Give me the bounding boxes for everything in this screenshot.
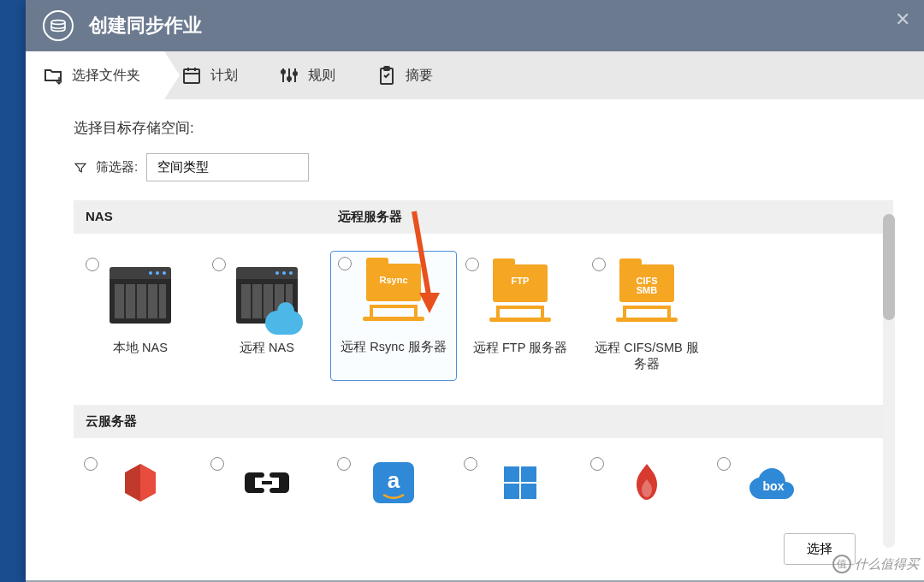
nas-device-icon: [84, 259, 197, 331]
option-label: 远程 NAS: [210, 340, 323, 372]
watermark: 值 什么值得买: [832, 555, 919, 573]
group-header-servers: NAS 远程服务器: [74, 200, 893, 234]
radio-icon: [590, 457, 604, 471]
group-nas-label: NAS: [86, 209, 338, 225]
option-local-nas[interactable]: 本地 NAS: [77, 251, 204, 381]
group-header-cloud: 云服务器: [74, 405, 893, 438]
svg-point-2: [281, 70, 285, 74]
option-rsync-server[interactable]: Rsync 远程 Rsync 服务器: [330, 251, 457, 381]
sync-app-icon: [43, 10, 74, 41]
svg-rect-12: [504, 484, 519, 499]
rsync-server-icon: Rsync: [336, 258, 451, 330]
svg-text:a: a: [388, 467, 400, 493]
wizard-steps: 选择文件夹 计划 规则 摘要: [26, 51, 924, 99]
tab-select-folder[interactable]: 选择文件夹: [26, 51, 164, 99]
storage-options-row: 本地 NAS 远程 NAS Rsync 远程 Rsync 服务器 FTP 远程 …: [74, 251, 893, 405]
option-alibaba-cloud[interactable]: [204, 455, 330, 505]
radio-icon: [464, 457, 477, 471]
cloud-options-row: a box: [74, 455, 893, 505]
cifs-server-icon: CIFS SMB: [590, 259, 703, 331]
option-remote-nas[interactable]: 远程 NAS: [204, 251, 330, 381]
radio-icon: [210, 457, 224, 471]
filter-row: 筛选器: 空间类型: [74, 153, 893, 181]
option-ftp-server[interactable]: FTP 远程 FTP 服务器: [457, 251, 583, 381]
tab-rules[interactable]: 规则: [262, 51, 359, 99]
option-label: 本地 NAS: [84, 340, 197, 372]
option-label: 远程 CIFS/SMB 服务器: [590, 340, 703, 372]
create-sync-job-dialog: 创建同步作业 ✕ 选择文件夹 计划 规则 摘要 选择目标存储空间: 筛选器: 空…: [26, 0, 924, 582]
tab-schedule-label: 计划: [210, 67, 238, 85]
option-cifs-smb-server[interactable]: CIFS SMB 远程 CIFS/SMB 服务器: [583, 251, 710, 381]
svg-rect-11: [521, 466, 536, 482]
titlebar: 创建同步作业 ✕: [26, 0, 924, 51]
ftp-server-icon: FTP: [464, 259, 577, 331]
tab-select-folder-label: 选择文件夹: [72, 67, 140, 85]
watermark-text: 什么值得买: [855, 556, 919, 573]
svg-point-3: [287, 77, 291, 80]
group-cloud-label: 云服务器: [86, 413, 137, 430]
clipboard-icon: [376, 65, 397, 86]
radio-icon: [717, 457, 731, 471]
option-amazon-drive[interactable]: a: [330, 455, 457, 505]
tab-rules-label: 规则: [308, 67, 335, 85]
dialog-title: 创建同步作业: [89, 13, 202, 39]
tab-summary-label: 摘要: [406, 67, 433, 85]
option-label: 远程 Rsync 服务器: [336, 339, 451, 371]
radio-icon: [337, 457, 351, 471]
calendar-icon: [181, 65, 202, 86]
svg-point-4: [293, 72, 297, 75]
tab-summary[interactable]: 摘要: [359, 51, 457, 99]
group-remote-label: 远程服务器: [338, 209, 402, 225]
sliders-icon: [279, 65, 299, 86]
option-aws-s3[interactable]: [77, 455, 204, 505]
option-azure[interactable]: [457, 455, 583, 505]
svg-rect-10: [504, 466, 519, 482]
vertical-scrollbar[interactable]: [883, 214, 895, 548]
section-heading: 选择目标存储空间:: [74, 118, 893, 138]
nas-cloud-icon: [210, 259, 323, 331]
filter-select[interactable]: 空间类型: [146, 153, 309, 181]
desktop-backdrop: [0, 0, 26, 582]
scrollbar-thumb[interactable]: [883, 214, 895, 320]
svg-rect-7: [262, 481, 272, 484]
svg-point-0: [51, 21, 65, 25]
option-label: 远程 FTP 服务器: [464, 340, 577, 372]
watermark-icon: 值: [832, 555, 851, 573]
option-box[interactable]: box: [710, 455, 837, 505]
svg-rect-1: [184, 69, 199, 83]
folder-icon: [43, 65, 63, 86]
radio-icon: [84, 457, 98, 471]
option-backblaze[interactable]: [583, 455, 710, 505]
filter-label: 筛选器:: [96, 159, 138, 175]
content-area: 选择目标存储空间: 筛选器: 空间类型 NAS 远程服务器 本地 NAS 远程 …: [26, 99, 924, 582]
svg-rect-13: [521, 484, 536, 499]
close-icon[interactable]: ✕: [895, 9, 910, 31]
svg-text:box: box: [763, 479, 785, 493]
filter-icon: [74, 161, 87, 175]
